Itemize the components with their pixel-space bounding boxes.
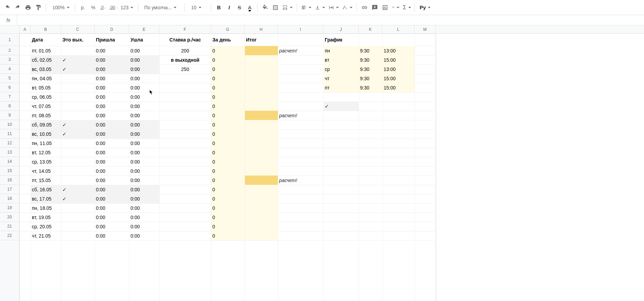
redo-button[interactable] — [13, 3, 23, 12]
came-cell[interactable]: 0:00 — [95, 157, 129, 166]
sched-day[interactable]: пт — [323, 83, 359, 92]
date-cell[interactable]: вт, 05.05 — [30, 83, 61, 92]
zoom-select[interactable]: 100% — [49, 3, 72, 12]
date-cell[interactable]: сб, 09.05 — [30, 120, 61, 129]
cells-area[interactable]: ДатаЭто вых.ПришлаУшлаСтавка р./часЗа де… — [20, 34, 644, 301]
row-header-10[interactable]: 10 — [0, 120, 19, 129]
row-header-15[interactable]: 15 — [0, 166, 19, 176]
date-cell[interactable]: пн, 18.05 — [30, 203, 61, 213]
came-cell[interactable]: 0:00 — [95, 203, 129, 213]
day-cell[interactable]: 0 — [211, 139, 245, 148]
date-cell[interactable]: ср, 13.05 — [30, 157, 61, 166]
day-cell[interactable]: 0 — [211, 64, 245, 74]
came-cell[interactable]: 0:00 — [95, 231, 129, 240]
header-F[interactable]: Ставка р./час — [159, 34, 211, 46]
day-cell[interactable]: 0 — [211, 92, 245, 101]
day-cell[interactable]: 0 — [211, 222, 245, 231]
percent-button[interactable]: % — [88, 3, 98, 12]
functions-button[interactable]: Σ — [401, 3, 412, 12]
left-cell[interactable]: 0:00 — [129, 231, 159, 240]
day-cell[interactable]: 0 — [211, 55, 245, 64]
left-cell[interactable]: 0:00 — [129, 139, 159, 148]
left-cell[interactable]: 0:00 — [129, 101, 159, 111]
col-header-F[interactable]: F — [159, 25, 211, 33]
came-cell[interactable]: 0:00 — [95, 120, 129, 129]
row-header-18[interactable]: 18 — [0, 194, 19, 203]
wrap-button[interactable] — [327, 3, 340, 12]
col-header-L[interactable]: L — [382, 25, 414, 33]
header-G[interactable]: За день — [211, 34, 245, 46]
rate-cell[interactable]: 200 — [159, 46, 211, 55]
row-header-5[interactable]: 5 — [0, 74, 19, 83]
col-header-D[interactable]: D — [95, 25, 129, 33]
date-cell[interactable]: вс, 10.05 — [30, 129, 61, 139]
sched-from[interactable]: 9:30 — [359, 46, 382, 55]
italic-button[interactable]: I — [224, 3, 234, 12]
left-cell[interactable]: 0:00 — [129, 185, 159, 194]
rate-cell[interactable]: 250 — [159, 64, 211, 74]
date-cell[interactable]: ср, 20.05 — [30, 222, 61, 231]
left-cell[interactable]: 0:00 — [129, 55, 159, 64]
day-cell[interactable]: 0 — [211, 111, 245, 120]
came-cell[interactable]: 0:00 — [95, 129, 129, 139]
script-button[interactable]: Pу — [418, 3, 431, 12]
row-header-6[interactable]: 6 — [0, 83, 19, 92]
came-cell[interactable]: 0:00 — [95, 92, 129, 101]
date-cell[interactable]: пн, 04.05 — [30, 74, 61, 83]
day-cell[interactable]: 0 — [211, 129, 245, 139]
row-header-21[interactable]: 21 — [0, 222, 19, 231]
date-cell[interactable]: чт, 07.05 — [30, 101, 61, 111]
row-header-1[interactable]: 1 — [0, 34, 19, 46]
day-cell[interactable]: 0 — [211, 231, 245, 240]
left-cell[interactable]: 0:00 — [129, 83, 159, 92]
date-cell[interactable]: пн, 11.05 — [30, 139, 61, 148]
bold-button[interactable]: B — [214, 3, 224, 12]
rotation-button[interactable] — [341, 3, 354, 12]
row-header-3[interactable]: 3 — [0, 55, 19, 64]
row-header-20[interactable]: 20 — [0, 213, 19, 222]
weekend-check[interactable]: ✓ — [61, 194, 95, 203]
select-all-corner[interactable] — [0, 25, 20, 34]
sched-day[interactable]: вт — [323, 55, 359, 64]
print-button[interactable] — [23, 3, 33, 12]
font-select[interactable]: По умолча... — [141, 3, 182, 12]
paint-format-button[interactable] — [34, 3, 43, 12]
row-header-17[interactable]: 17 — [0, 185, 19, 194]
left-cell[interactable]: 0:00 — [129, 194, 159, 203]
sched-to[interactable]: 15:00 — [382, 74, 414, 83]
col-header-A[interactable]: A — [20, 25, 30, 33]
date-cell[interactable]: вс, 03.05 — [30, 64, 61, 74]
strike-button[interactable]: S — [235, 3, 244, 12]
sched-to[interactable]: 15:00 — [382, 83, 414, 92]
date-cell[interactable]: сб, 02.05 — [30, 55, 61, 64]
formula-input[interactable] — [17, 15, 644, 25]
undo-button[interactable] — [3, 3, 12, 12]
day-cell[interactable]: 0 — [211, 203, 245, 213]
sched-day[interactable]: чт — [323, 74, 359, 83]
date-cell[interactable]: вт, 19.05 — [30, 213, 61, 222]
increase-decimal-button[interactable]: .00→ — [109, 3, 119, 12]
date-cell[interactable]: вт, 12.05 — [30, 148, 61, 157]
date-cell[interactable]: чт, 14.05 — [30, 166, 61, 176]
row-header-2[interactable]: 2 — [0, 46, 19, 55]
sched-to[interactable]: 15:00 — [382, 55, 414, 64]
col-header-I[interactable]: I — [278, 25, 323, 33]
row-header-16[interactable]: 16 — [0, 176, 19, 185]
header-E[interactable]: Ушла — [129, 34, 159, 46]
weekend-check[interactable]: ✓ — [61, 120, 95, 129]
day-cell[interactable]: 0 — [211, 46, 245, 55]
day-cell[interactable]: 0 — [211, 74, 245, 83]
came-cell[interactable]: 0:00 — [95, 46, 129, 55]
col-header-B[interactable]: B — [30, 25, 61, 33]
row-header-9[interactable]: 9 — [0, 111, 19, 120]
font-size-select[interactable]: 10 — [188, 3, 208, 12]
row-header-11[interactable]: 11 — [0, 129, 19, 139]
day-cell[interactable]: 0 — [211, 166, 245, 176]
row-header-22[interactable]: 22 — [0, 231, 19, 240]
row-header-14[interactable]: 14 — [0, 157, 19, 166]
borders-button[interactable] — [271, 3, 280, 12]
came-cell[interactable]: 0:00 — [95, 185, 129, 194]
col-header-K[interactable]: K — [359, 25, 382, 33]
left-cell[interactable]: 0:00 — [129, 166, 159, 176]
note-cell[interactable]: расчет! — [278, 46, 323, 55]
